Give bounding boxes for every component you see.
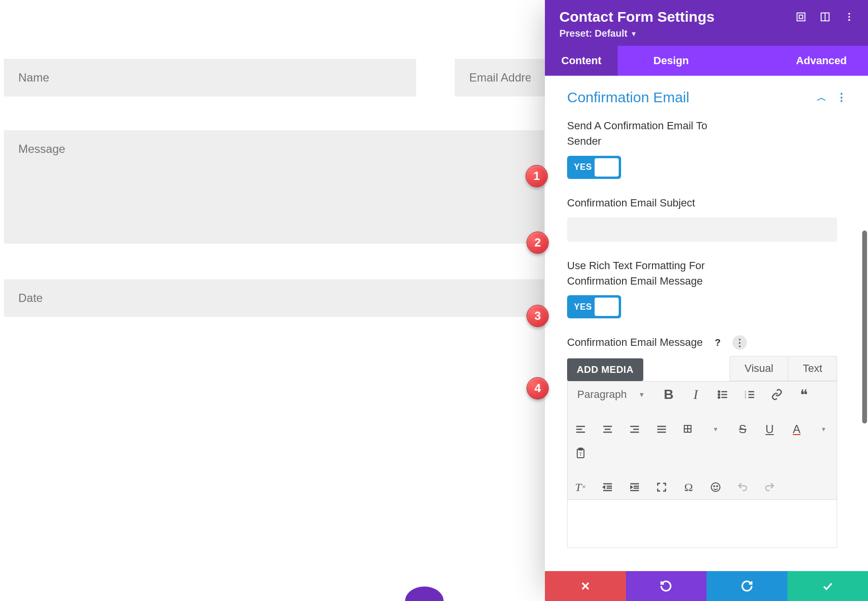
email-field[interactable] — [455, 59, 545, 96]
svg-rect-0 — [797, 13, 805, 21]
strikethrough-icon[interactable]: S — [735, 422, 750, 437]
send-confirmation-label: Send A Confirmation Email To Sender — [567, 118, 741, 149]
bullet-list-icon[interactable] — [716, 387, 730, 402]
special-char-icon[interactable]: Ω — [681, 480, 696, 494]
callout-3: 3 — [527, 305, 549, 327]
fullscreen-icon[interactable] — [654, 480, 669, 494]
svg-point-6 — [848, 19, 850, 21]
svg-text:T: T — [579, 451, 582, 457]
preset-selector[interactable]: Preset: Default ▼ — [559, 28, 715, 39]
align-center-icon[interactable] — [600, 422, 615, 437]
format-select[interactable]: Paragraph ▼ — [573, 386, 649, 403]
toggle-yes-text: YES — [574, 302, 592, 312]
svg-text:3: 3 — [745, 396, 746, 399]
tab-design[interactable]: Design — [637, 46, 705, 76]
send-confirmation-toggle[interactable]: YES — [567, 156, 621, 179]
align-right-icon[interactable] — [627, 422, 642, 437]
text-color-icon[interactable]: A — [789, 422, 804, 437]
svg-point-5 — [848, 16, 850, 18]
collapse-section-icon[interactable]: ︿ — [817, 91, 827, 104]
editor-tab-visual[interactable]: Visual — [730, 356, 788, 381]
callout-1: 1 — [526, 165, 548, 187]
setting-send-confirmation: Send A Confirmation Email To Sender YES — [567, 118, 846, 179]
panel-tabs: Content Design Advanced — [545, 46, 868, 76]
svg-point-7 — [718, 391, 719, 393]
underline-icon[interactable]: U — [762, 422, 777, 437]
tab-advanced[interactable]: Advanced — [780, 46, 863, 76]
caret-down-icon: ▼ — [638, 391, 645, 398]
subject-input[interactable] — [567, 218, 837, 242]
setting-subject: Confirmation Email Subject — [567, 195, 846, 242]
svg-point-9 — [718, 394, 719, 396]
form-preview — [0, 0, 545, 351]
callout-2: 2 — [527, 232, 549, 254]
redo-button[interactable] — [706, 571, 787, 601]
format-select-label: Paragraph — [577, 388, 627, 401]
blockquote-icon[interactable]: ❝ — [797, 387, 811, 402]
svg-rect-35 — [579, 448, 583, 450]
undo-icon[interactable] — [735, 480, 750, 494]
layout-icon[interactable] — [820, 12, 830, 22]
panel-body: Confirmation Email ︿ ⋮ Send A Confirmati… — [545, 76, 868, 601]
name-field[interactable] — [4, 59, 416, 96]
preset-label: Preset: Default — [559, 28, 627, 39]
message-more-icon[interactable]: ⋮ — [732, 335, 747, 350]
svg-point-46 — [714, 486, 715, 487]
svg-rect-1 — [799, 15, 802, 18]
scrollbar-thumb[interactable] — [862, 231, 867, 423]
svg-point-45 — [711, 483, 720, 492]
cancel-button[interactable] — [545, 571, 626, 601]
decorative-bump — [405, 587, 444, 601]
undo-button[interactable] — [626, 571, 707, 601]
message-field[interactable] — [4, 130, 544, 244]
section-more-icon[interactable]: ⋮ — [836, 91, 846, 104]
expand-icon[interactable] — [796, 12, 806, 22]
setting-richtext: Use Rich Text Formatting For Confirmatio… — [567, 258, 846, 319]
callout-4: 4 — [527, 377, 549, 399]
panel-header: Contact Form Settings Preset: Default ▼ — [545, 0, 868, 46]
align-left-icon[interactable] — [573, 422, 588, 437]
svg-point-4 — [848, 13, 850, 15]
indent-icon[interactable] — [627, 480, 642, 494]
message-label: Confirmation Email Message — [567, 335, 703, 350]
editor-textarea[interactable] — [567, 500, 837, 548]
richtext-editor: ADD MEDIA Visual Text Paragraph ▼ B I 12… — [567, 356, 837, 548]
redo-icon[interactable] — [762, 480, 777, 494]
help-icon[interactable]: ? — [710, 335, 725, 350]
subject-label: Confirmation Email Subject — [567, 195, 741, 211]
confirm-button[interactable] — [787, 571, 868, 601]
table-caret-icon[interactable]: ▼ — [708, 422, 723, 437]
richtext-toggle[interactable]: YES — [567, 295, 621, 318]
link-icon[interactable] — [770, 387, 784, 402]
section-title: Confirmation Email — [567, 89, 689, 106]
toggle-yes-text: YES — [574, 162, 592, 172]
tab-content[interactable]: Content — [545, 46, 618, 76]
table-icon[interactable] — [681, 422, 696, 437]
editor-tab-text[interactable]: Text — [788, 356, 837, 381]
numbered-list-icon[interactable]: 123 — [743, 387, 757, 402]
panel-footer — [545, 571, 868, 601]
setting-message: Confirmation Email Message ? ⋮ ADD MEDIA… — [567, 335, 846, 548]
italic-icon[interactable]: I — [689, 387, 703, 402]
toggle-knob — [595, 298, 619, 316]
editor-toolbar: Paragraph ▼ B I 123 ❝ ▼ S — [567, 381, 837, 500]
outdent-icon[interactable] — [600, 480, 615, 494]
caret-down-icon: ▼ — [630, 30, 637, 38]
richtext-label: Use Rich Text Formatting For Confirmatio… — [567, 258, 741, 289]
paste-text-icon[interactable]: T — [573, 446, 588, 461]
add-media-button[interactable]: ADD MEDIA — [567, 358, 643, 381]
date-field[interactable] — [4, 279, 544, 317]
svg-point-47 — [717, 486, 718, 487]
align-justify-icon[interactable] — [654, 422, 669, 437]
panel-title: Contact Form Settings — [559, 9, 715, 25]
emoji-icon[interactable] — [708, 480, 723, 494]
more-icon[interactable] — [844, 12, 854, 22]
settings-panel: Contact Form Settings Preset: Default ▼ … — [545, 0, 868, 601]
bold-icon[interactable]: B — [662, 387, 676, 402]
svg-point-11 — [718, 397, 719, 398]
clear-format-icon[interactable]: T× — [573, 480, 588, 494]
toggle-knob — [595, 158, 619, 177]
text-color-caret-icon[interactable]: ▼ — [816, 422, 831, 437]
